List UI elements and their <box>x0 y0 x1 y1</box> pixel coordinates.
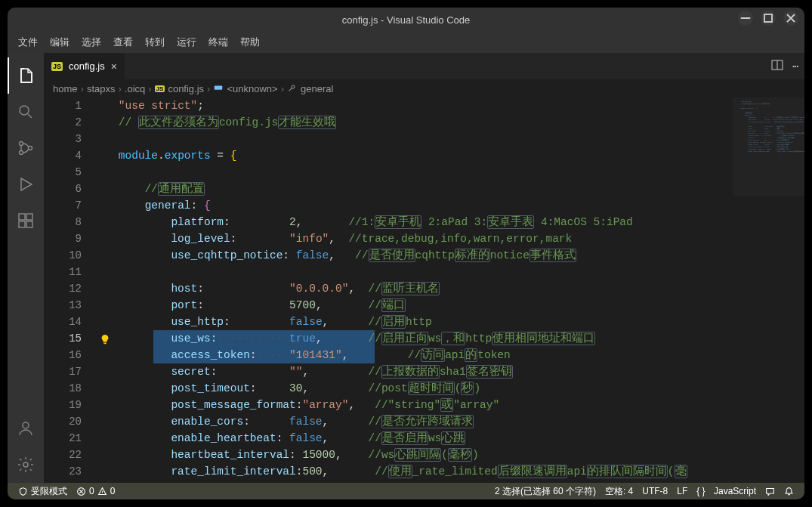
minimap[interactable]: "use strict"; // 此文件必须名为config.js才能生效哦 m… <box>733 97 804 483</box>
status-feedback[interactable] <box>761 487 780 496</box>
code-line[interactable]: 1 "use strict"; <box>44 97 733 114</box>
code-line[interactable]: 11 <box>44 264 733 280</box>
menu-go[interactable]: 转到 <box>139 33 171 51</box>
line-number: 22 <box>44 447 92 463</box>
breadcrumb-item[interactable]: <unknown> <box>227 83 277 94</box>
code-line[interactable]: 23 rate_limit_interval:500, //使用_rate_li… <box>44 463 733 480</box>
code-line[interactable]: 20 enable_cors: false, //是否允许跨域请求 <box>44 413 733 430</box>
line-number: 16 <box>44 347 92 363</box>
svg-point-2 <box>20 142 23 146</box>
code-line[interactable]: 12 host: "0.0.0.0", //监听主机名 <box>44 280 733 297</box>
tab-label: config.js <box>69 60 105 72</box>
activity-scm[interactable] <box>8 130 44 166</box>
status-language[interactable]: { } JavaScript <box>692 486 761 496</box>
code-line[interactable]: 9 log_level: "info", //trace,debug,info,… <box>44 230 733 247</box>
code-line[interactable]: 19 post_message_format:"array", //"strin… <box>44 397 733 413</box>
code-line[interactable]: 22 heartbeat_interval: 15000, //ws心跳间隔(毫… <box>44 447 733 463</box>
window-minimize-button[interactable] <box>738 11 753 26</box>
activity-search[interactable] <box>8 94 44 130</box>
window-title: config.js - Visual Studio Code <box>342 14 471 26</box>
line-number: 18 <box>44 380 92 397</box>
statusbar: 受限模式 0 0 2 选择(已选择 60 个字符) 空格: 4 UTF-8 LF… <box>8 483 804 499</box>
status-notifications[interactable] <box>780 487 798 496</box>
line-number: 3 <box>44 131 92 147</box>
status-problems[interactable]: 0 0 <box>72 486 119 496</box>
activity-settings[interactable] <box>8 447 44 483</box>
window-close-button[interactable] <box>783 11 798 26</box>
menu-file[interactable]: 文件 <box>12 33 44 51</box>
code-line[interactable]: 2 // 此文件必须名为config.js才能生效哦 <box>44 114 733 131</box>
menu-terminal[interactable]: 终端 <box>202 33 234 51</box>
svg-point-3 <box>20 151 23 155</box>
svg-rect-5 <box>19 214 25 220</box>
menu-selection[interactable]: 选择 <box>76 33 107 51</box>
breadcrumb-item[interactable]: stapxs <box>87 83 116 94</box>
breadcrumb-item[interactable]: config.js <box>168 83 204 94</box>
code-line[interactable]: 14 use_http: false, //启用http <box>44 314 733 330</box>
svg-rect-0 <box>764 14 772 22</box>
symbol-icon <box>213 82 224 95</box>
code-line[interactable]: 17 secret: "", //上报数据的sha1签名密钥 <box>44 363 733 380</box>
window-maximize-button[interactable] <box>761 11 776 26</box>
code-line[interactable]: 18 post_timeout: 30, //post超时时间(秒) <box>44 380 733 397</box>
status-restricted[interactable]: 受限模式 <box>14 485 72 498</box>
js-icon: JS <box>155 85 165 92</box>
line-number: 5 <box>44 164 92 181</box>
line-number: 14 <box>44 314 92 330</box>
js-icon: JS <box>51 62 63 71</box>
svg-rect-7 <box>26 221 32 227</box>
line-number: 10 <box>44 247 92 264</box>
activity-extensions[interactable] <box>8 202 44 239</box>
tab-bar: JS config.js × ⋯ <box>44 53 804 79</box>
activity-account[interactable] <box>8 410 44 447</box>
code-line[interactable]: 5 <box>44 164 733 181</box>
breadcrumb[interactable]: home› stapxs› .oicq› JS config.js› <unkn… <box>44 79 804 97</box>
code-line[interactable]: 4 module.exports = { <box>44 147 733 164</box>
code-line[interactable]: 21 enable_heartbeat: false, //是否启用ws心跳 <box>44 430 733 447</box>
menu-run[interactable]: 运行 <box>171 33 202 51</box>
code-line[interactable]: 13 port: 5700, //端口 <box>44 297 733 314</box>
code-editor[interactable]: 1 "use strict";2 // 此文件必须名为config.js才能生效… <box>44 97 733 483</box>
line-number: 20 <box>44 413 92 430</box>
tab-config-js[interactable]: JS config.js × <box>44 53 125 79</box>
status-encoding[interactable]: UTF-8 <box>638 486 672 496</box>
menu-view[interactable]: 查看 <box>107 33 139 51</box>
line-number: 2 <box>44 114 92 131</box>
close-icon[interactable]: × <box>111 60 117 73</box>
line-number: 11 <box>44 264 92 280</box>
titlebar: config.js - Visual Studio Code <box>8 8 804 32</box>
breadcrumb-item[interactable]: general <box>301 83 333 94</box>
activity-explorer[interactable] <box>8 57 44 94</box>
menu-help[interactable]: 帮助 <box>234 33 266 51</box>
code-line[interactable]: 15 use_ws:···········true, //启用正向ws，和htt… <box>44 330 733 347</box>
split-editor-icon[interactable] <box>771 59 783 74</box>
status-eol[interactable]: LF <box>672 486 692 496</box>
wrench-icon <box>287 82 298 95</box>
code-line[interactable]: 16 access_token:·····"101431", //访问api的t… <box>44 347 733 363</box>
line-number: 23 <box>44 463 92 480</box>
menu-edit[interactable]: 编辑 <box>44 33 76 51</box>
svg-rect-12 <box>215 85 223 89</box>
activity-debug[interactable] <box>8 166 44 202</box>
code-line[interactable]: 6 //通用配置 <box>44 181 733 197</box>
line-number: 1 <box>44 97 92 114</box>
status-selection[interactable]: 2 选择(已选择 60 个字符) <box>490 485 601 498</box>
status-spaces[interactable]: 空格: 4 <box>601 485 638 498</box>
code-line[interactable]: 8 platform: 2, //1:安卓手机 2:aPad 3:安卓手表 4:… <box>44 214 733 230</box>
code-line[interactable]: 3 <box>44 131 733 147</box>
line-number: 19 <box>44 397 92 413</box>
breadcrumb-item[interactable]: .oicq <box>125 83 145 94</box>
more-icon[interactable]: ⋯ <box>792 60 798 73</box>
code-line[interactable]: 7 general: { <box>44 197 733 214</box>
svg-point-9 <box>23 422 29 428</box>
line-number: 17 <box>44 363 92 380</box>
breadcrumb-item[interactable]: home <box>53 83 78 94</box>
minimap-content: "use strict"; // 此文件必须名为config.js才能生效哦 m… <box>737 100 800 153</box>
line-number: 15 <box>44 330 92 347</box>
line-number: 13 <box>44 297 92 314</box>
svg-point-1 <box>20 106 29 115</box>
line-number: 7 <box>44 197 92 214</box>
line-number: 8 <box>44 214 92 230</box>
code-line[interactable]: 10 use_cqhttp_notice: false, //是否使用cqhtt… <box>44 247 733 264</box>
svg-rect-6 <box>19 221 25 227</box>
